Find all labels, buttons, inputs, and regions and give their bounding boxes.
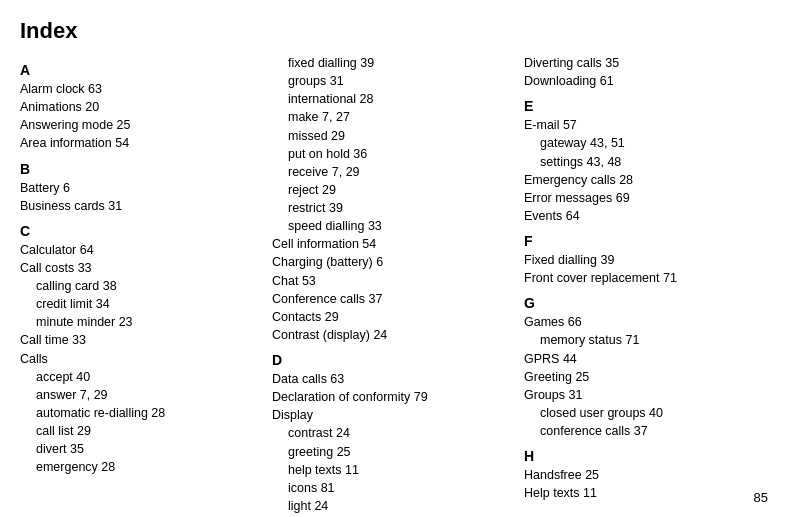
section-letter-H: H xyxy=(524,448,766,464)
section-letter-G: G xyxy=(524,295,766,311)
section-letter-B: B xyxy=(20,161,262,177)
index-entry: Front cover replacement 71 xyxy=(524,269,766,287)
index-entry: Data calls 63 xyxy=(272,370,514,388)
index-entry: closed user groups 40 xyxy=(524,404,766,422)
index-entry: E-mail 57 xyxy=(524,116,766,134)
index-entry: light 24 xyxy=(272,497,514,515)
index-entry: contrast 24 xyxy=(272,424,514,442)
index-entry: divert 35 xyxy=(20,440,262,458)
index-entry: speed dialling 33 xyxy=(272,217,514,235)
index-entry: call list 29 xyxy=(20,422,262,440)
index-entry: Calculator 64 xyxy=(20,241,262,259)
index-entry: credit limit 34 xyxy=(20,295,262,313)
index-entry: missed 29 xyxy=(272,127,514,145)
index-entry: Contacts 29 xyxy=(272,308,514,326)
index-entry: Animations 20 xyxy=(20,98,262,116)
page-title: Index xyxy=(20,18,766,44)
section-letter-F: F xyxy=(524,233,766,249)
index-entry: Games 66 xyxy=(524,313,766,331)
index-entry: Answering mode 25 xyxy=(20,116,262,134)
index-entry: Diverting calls 35 xyxy=(524,54,766,72)
index-entry: memory status 71 xyxy=(524,331,766,349)
index-entry: Help texts 11 xyxy=(524,484,766,502)
index-entry: restrict 39 xyxy=(272,199,514,217)
index-entry: Fixed dialling 39 xyxy=(524,251,766,269)
index-entry: Call time 33 xyxy=(20,331,262,349)
index-entry: Conference calls 37 xyxy=(272,290,514,308)
section-letter-A: A xyxy=(20,62,262,78)
column-0: AAlarm clock 63Animations 20Answering mo… xyxy=(20,54,272,515)
index-entry: Emergency calls 28 xyxy=(524,171,766,189)
index-entry: Business cards 31 xyxy=(20,197,262,215)
index-entry: Alarm clock 63 xyxy=(20,80,262,98)
index-entry: greeting 25 xyxy=(272,443,514,461)
index-entry: gateway 43, 51 xyxy=(524,134,766,152)
index-entry: help texts 11 xyxy=(272,461,514,479)
index-entry: Charging (battery) 6 xyxy=(272,253,514,271)
index-entry: Call costs 33 xyxy=(20,259,262,277)
index-entry: calling card 38 xyxy=(20,277,262,295)
index-entry: automatic re-dialling 28 xyxy=(20,404,262,422)
index-entry: Chat 53 xyxy=(272,272,514,290)
index-entry: conference calls 37 xyxy=(524,422,766,440)
index-entry: settings 43, 48 xyxy=(524,153,766,171)
index-entry: groups 31 xyxy=(272,72,514,90)
index-entry: Display xyxy=(272,406,514,424)
column-1: fixed dialling 39groups 31international … xyxy=(272,54,524,515)
index-entry: receive 7, 29 xyxy=(272,163,514,181)
section-letter-E: E xyxy=(524,98,766,114)
section-letter-C: C xyxy=(20,223,262,239)
page-number: 85 xyxy=(754,490,768,505)
index-entry: emergency 28 xyxy=(20,458,262,476)
column-2: Diverting calls 35Downloading 61EE-mail … xyxy=(524,54,766,515)
page: Index AAlarm clock 63Animations 20Answer… xyxy=(0,0,786,517)
index-entry: Battery 6 xyxy=(20,179,262,197)
index-entry: Greeting 25 xyxy=(524,368,766,386)
index-entry: international 28 xyxy=(272,90,514,108)
index-entry: Handsfree 25 xyxy=(524,466,766,484)
index-entry: Cell information 54 xyxy=(272,235,514,253)
index-entry: minute minder 23 xyxy=(20,313,262,331)
index-entry: accept 40 xyxy=(20,368,262,386)
index-entry: make 7, 27 xyxy=(272,108,514,126)
index-entry: Events 64 xyxy=(524,207,766,225)
index-entry: GPRS 44 xyxy=(524,350,766,368)
index-entry: Error messages 69 xyxy=(524,189,766,207)
index-entry: Contrast (display) 24 xyxy=(272,326,514,344)
index-entry: answer 7, 29 xyxy=(20,386,262,404)
index-entry: Declaration of conformity 79 xyxy=(272,388,514,406)
section-letter-D: D xyxy=(272,352,514,368)
index-columns: AAlarm clock 63Animations 20Answering mo… xyxy=(20,54,766,515)
index-entry: icons 81 xyxy=(272,479,514,497)
index-entry: fixed dialling 39 xyxy=(272,54,514,72)
index-entry: Downloading 61 xyxy=(524,72,766,90)
index-entry: Calls xyxy=(20,350,262,368)
index-entry: put on hold 36 xyxy=(272,145,514,163)
index-entry: Groups 31 xyxy=(524,386,766,404)
index-entry: reject 29 xyxy=(272,181,514,199)
index-entry: Area information 54 xyxy=(20,134,262,152)
